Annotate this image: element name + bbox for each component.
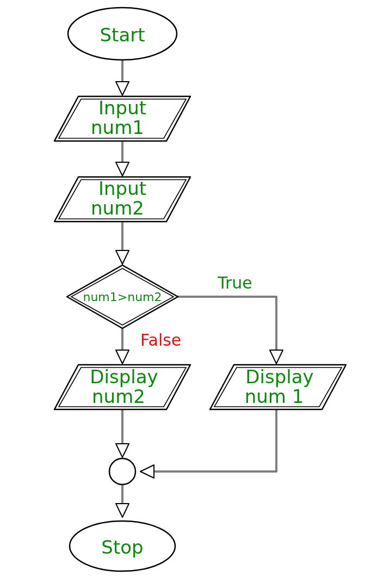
- edge-display-true-to-join: [140, 409, 276, 478]
- svg-text:num1>num2: num1>num2: [83, 290, 162, 304]
- svg-text:num2: num2: [92, 385, 145, 407]
- edge-decision-true: True: [176, 273, 283, 364]
- svg-text:Display: Display: [90, 366, 158, 388]
- svg-text:num 1: num 1: [245, 385, 304, 407]
- edge-input2-to-decision: [116, 222, 129, 264]
- node-display-num2: Display num2: [54, 365, 190, 409]
- edge-join-to-stop: [116, 485, 129, 517]
- svg-text:Input: Input: [98, 97, 146, 119]
- svg-text:num2: num2: [91, 197, 144, 219]
- node-input-num1: Input num1: [54, 96, 190, 141]
- flowchart-canvas: False True Start Input num1: [0, 0, 371, 588]
- svg-marker-2: [116, 250, 129, 264]
- node-start: Start: [68, 8, 177, 60]
- svg-marker-3: [116, 350, 129, 364]
- svg-marker-1: [116, 162, 129, 176]
- node-join-connector: [109, 458, 135, 485]
- svg-text:Input: Input: [98, 177, 146, 199]
- svg-text:Display: Display: [245, 366, 313, 388]
- edge-display-false-to-join: [116, 409, 129, 457]
- svg-text:Start: Start: [100, 24, 145, 46]
- svg-marker-6: [140, 465, 154, 478]
- edge-decision-false: False: [116, 328, 181, 364]
- node-stop: Stop: [70, 521, 175, 571]
- svg-marker-4: [270, 350, 283, 364]
- node-input-num2: Input num2: [54, 177, 190, 222]
- svg-point-29: [109, 458, 135, 485]
- svg-marker-7: [116, 504, 129, 517]
- node-decision: num1>num2: [67, 265, 178, 328]
- svg-text:Stop: Stop: [101, 536, 143, 558]
- svg-marker-5: [116, 444, 129, 457]
- node-display-num1: Display num 1: [210, 365, 346, 409]
- edge-start-to-input1: [116, 60, 129, 95]
- edge-input1-to-input2: [116, 141, 129, 176]
- svg-text:num1: num1: [91, 117, 144, 138]
- branch-label-false: False: [140, 330, 181, 350]
- svg-marker-0: [116, 82, 129, 95]
- branch-label-true: True: [217, 273, 252, 292]
